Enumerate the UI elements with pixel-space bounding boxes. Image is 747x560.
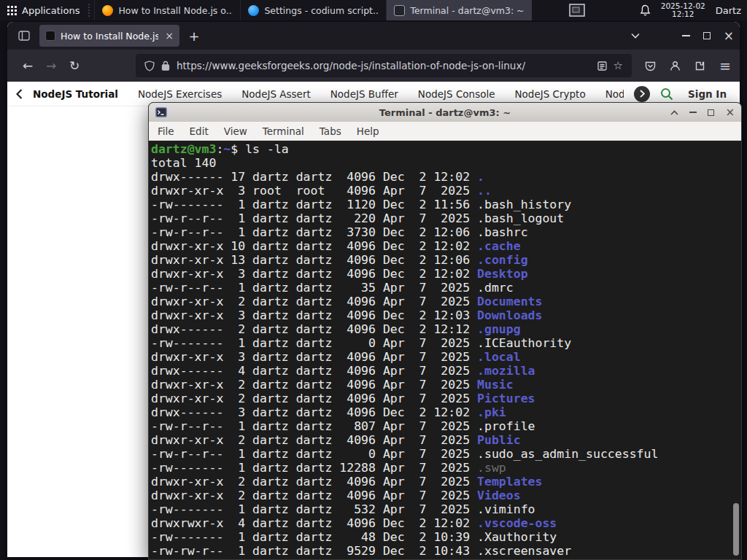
terminal-menu-terminal[interactable]: Terminal	[263, 125, 304, 137]
codium-icon	[248, 5, 259, 16]
nav-link-nodejs-crypto[interactable]: NodeJS Crypto	[515, 88, 586, 100]
file-meta: drwxr-xr-x 3 root root 4096 Apr 7 2025	[151, 184, 477, 198]
file-name: Downloads	[477, 308, 542, 322]
file-name: Videos	[477, 489, 521, 502]
reader-mode-icon[interactable]	[597, 61, 607, 71]
browser-tab[interactable]: How to Install Node.js on ×	[39, 25, 179, 47]
tab-title: How to Install Node.js on	[61, 31, 158, 42]
file-meta: drwx------ 3 dartz dartz 4096 Dec 2 12:0…	[151, 405, 477, 419]
pocket-icon[interactable]	[645, 61, 656, 71]
terminal-output-line: drwx------ 4 dartz dartz 4096 Apr 7 2025…	[151, 364, 741, 378]
bookmark-star-icon[interactable]: ☆	[614, 59, 623, 72]
terminal-menu-tabs[interactable]: Tabs	[320, 125, 341, 137]
workspace-switcher[interactable]	[568, 2, 586, 18]
terminal-menu-view[interactable]: View	[224, 125, 247, 137]
notifications-bell-icon[interactable]	[640, 4, 651, 16]
file-meta: drwxrwxr-x 4 dartz dartz 4096 Dec 2 12:0…	[151, 516, 477, 530]
url-bar[interactable]: https://www.geeksforgeeks.org/node-js/in…	[136, 54, 632, 77]
back-button[interactable]: ←	[16, 54, 39, 77]
window-close-button[interactable]: ×	[724, 30, 734, 42]
file-meta: -rw------- 1 dartz dartz 48 Dec 2 10:39	[151, 530, 477, 544]
nav-scroll-left-chevron-icon[interactable]	[16, 89, 23, 99]
tab-close-button[interactable]: ×	[163, 30, 174, 42]
file-name: .vscode-oss	[477, 516, 557, 530]
url-text: https://www.geeksforgeeks.org/node-js/in…	[177, 60, 591, 71]
terminal-window-controls: ×	[670, 107, 735, 118]
file-meta: drwxr-xr-x 3 dartz dartz 4096 Apr 7 2025	[151, 350, 477, 364]
file-name: .sudo_as_admin_successful	[477, 447, 658, 461]
nav-link-nodejs-exercises[interactable]: NodeJS Exercises	[138, 88, 222, 100]
terminal-screen[interactable]: dartz@vm3:~$ ls -la total 140 drwx------…	[149, 141, 741, 559]
file-meta: drwxr-xr-x 3 dartz dartz 4096 Dec 2 12:0…	[151, 308, 477, 322]
taskbar-window-title: Settings - codium script...	[264, 5, 379, 16]
terminal-output-line: drwxr-xr-x 3 dartz dartz 4096 Dec 2 12:0…	[151, 308, 741, 322]
terminal-output-line: drwxr-xr-x 2 dartz dartz 4096 Apr 7 2025…	[151, 433, 741, 447]
terminal-output-line: -rw-r--r-- 1 dartz dartz 0 Apr 7 2025 .s…	[151, 447, 741, 461]
file-meta: drwx------ 17 dartz dartz 4096 Dec 2 12:…	[151, 170, 477, 184]
firefox-icon	[102, 5, 113, 16]
terminal-scrollbar[interactable]	[733, 503, 739, 556]
extensions-icon[interactable]	[694, 61, 705, 71]
reload-button[interactable]: ↻	[63, 54, 86, 77]
file-meta: drwxr-xr-x 10 dartz dartz 4096 Dec 2 12:…	[151, 239, 477, 253]
taskbar-window-title: Terminal - dartz@vm3: ~	[410, 5, 524, 16]
nav-link-nodejs-tutorial[interactable]: NodeJS Tutorial	[33, 88, 118, 100]
terminal-titlebar[interactable]: Terminal - dartz@vm3: ~ ×	[149, 103, 741, 122]
terminal-icon	[394, 5, 405, 16]
file-meta: -rw------- 1 dartz dartz 532 Apr 7 2025	[151, 502, 477, 516]
window-minimize-button[interactable]	[682, 35, 690, 36]
file-name: .ICEauthority	[477, 336, 571, 350]
file-name: .gnupg	[477, 322, 521, 336]
search-icon[interactable]	[660, 88, 673, 101]
taskbar-window-button[interactable]: Settings - codium script...	[240, 0, 386, 20]
tracking-protection-shield-icon[interactable]	[144, 61, 155, 71]
terminal-output-line: -rw------- 1 dartz dartz 0 Apr 7 2025 .I…	[151, 336, 741, 350]
terminal-app-icon	[155, 107, 167, 117]
nav-links: NodeJS TutorialNodeJS ExercisesNodeJS As…	[33, 88, 624, 100]
applications-label: Applications	[22, 5, 80, 16]
menu-button[interactable]: ≡	[719, 58, 731, 74]
nav-link-nodejs-assert[interactable]: NodeJS Assert	[241, 88, 311, 100]
list-tabs-chevron-icon[interactable]	[631, 33, 640, 39]
terminal-shade-button[interactable]	[670, 110, 678, 115]
file-name: Music	[477, 378, 514, 392]
file-name: Public	[477, 433, 521, 447]
file-meta: -rw------- 1 dartz dartz 12288 Apr 7 202…	[151, 461, 477, 475]
new-tab-button[interactable]: +	[184, 26, 204, 46]
file-name: .profile	[477, 419, 535, 433]
terminal-output-line: drwx------ 3 dartz dartz 4096 Dec 2 12:0…	[151, 405, 741, 419]
taskbar-window-button[interactable]: How to Install Node.js o...	[94, 0, 240, 20]
file-meta: drwxr-xr-x 2 dartz dartz 4096 Apr 7 2025	[151, 433, 477, 447]
file-name: .bashrc	[477, 225, 528, 239]
file-name: .pki	[477, 405, 506, 419]
file-name: .xscreensaver	[477, 544, 571, 558]
panel-clock[interactable]: 2025-12-02 12:12	[661, 2, 705, 18]
nav-link-nodejs-buffer[interactable]: NodeJS Buffer	[330, 88, 398, 100]
applications-menu-button[interactable]: Applications	[0, 0, 88, 20]
terminal-total-line: total 140	[151, 156, 741, 170]
file-name: .swp	[477, 461, 506, 475]
terminal-menu-help[interactable]: Help	[357, 125, 379, 137]
taskbar-window-button[interactable]: Terminal - dartz@vm3: ~	[386, 0, 532, 20]
terminal-menubar: FileEditViewTerminalTabsHelp	[149, 122, 741, 141]
nav-scroll-right-button[interactable]	[634, 86, 650, 102]
window-maximize-button[interactable]	[703, 32, 711, 39]
account-icon[interactable]	[670, 61, 681, 71]
forward-button[interactable]: →	[39, 54, 63, 77]
nav-link-nodejs-console[interactable]: NodeJS Console	[418, 88, 495, 100]
sign-in-button[interactable]: Sign In	[684, 88, 731, 100]
file-meta: -rw-r--r-- 1 dartz dartz 3730 Dec 2 12:0…	[151, 225, 477, 239]
terminal-minimize-button[interactable]	[689, 112, 697, 113]
window-controls: ×	[631, 30, 734, 42]
terminal-maximize-button[interactable]	[708, 109, 714, 116]
terminal-menu-file[interactable]: File	[158, 125, 174, 137]
terminal-menu-edit[interactable]: Edit	[190, 125, 209, 137]
firefox-view-button[interactable]	[13, 26, 35, 45]
prompt-cwd: ~	[223, 142, 231, 156]
user-menu[interactable]: Dartz	[716, 5, 741, 16]
file-meta: -rw-rw-r-- 1 dartz dartz 9529 Dec 2 10:4…	[151, 544, 477, 558]
https-lock-icon[interactable]	[161, 61, 170, 71]
tab-favicon	[45, 31, 55, 41]
nav-link-nodejs-dns[interactable]: NodeJS DNS	[605, 88, 624, 100]
terminal-close-button[interactable]: ×	[725, 107, 735, 118]
